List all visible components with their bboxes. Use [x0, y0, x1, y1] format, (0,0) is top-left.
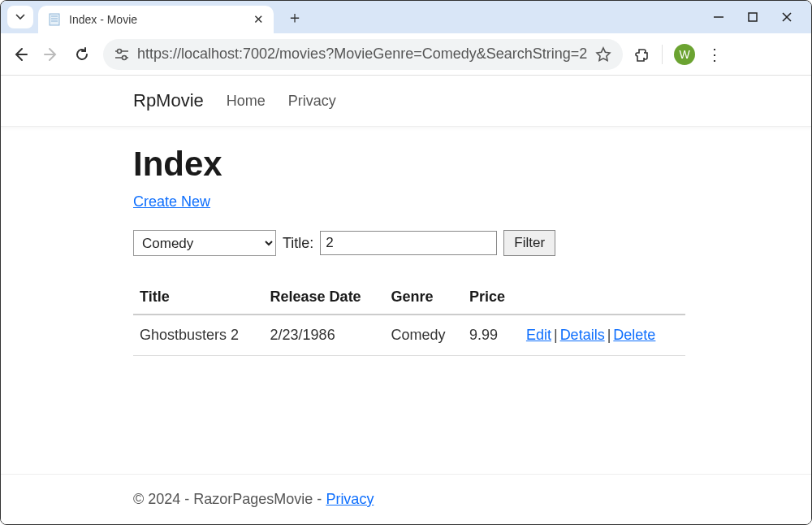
details-link[interactable]: Details	[560, 327, 605, 343]
bookmark-star-icon[interactable]	[595, 46, 611, 63]
delete-link[interactable]: Delete	[613, 327, 655, 343]
table-row: Ghostbusters 2 2/23/1986 Comedy 9.99 Edi…	[133, 315, 685, 356]
svg-rect-5	[749, 13, 757, 21]
col-release-date: Release Date	[264, 280, 385, 315]
filter-button[interactable]: Filter	[503, 230, 555, 256]
app-navbar: RpMovie Home Privacy	[1, 76, 811, 127]
browser-toolbar: https://localhost:7002/movies?MovieGenre…	[1, 33, 811, 76]
nav-link-home[interactable]: Home	[227, 93, 266, 110]
col-actions	[520, 280, 685, 315]
toolbar-divider	[662, 45, 663, 64]
title-input[interactable]	[320, 231, 497, 255]
brand-link[interactable]: RpMovie	[133, 90, 204, 111]
tab-bar: Index - Movie ✕ ＋	[1, 1, 811, 33]
tab-search-dropdown[interactable]	[7, 6, 33, 28]
close-window-button[interactable]	[779, 9, 795, 25]
new-tab-button[interactable]: ＋	[283, 6, 306, 28]
cell-actions: Edit|Details|Delete	[520, 315, 685, 356]
filter-form: Comedy Title: Filter	[133, 230, 685, 256]
edit-link[interactable]: Edit	[526, 327, 551, 343]
col-price: Price	[463, 280, 520, 315]
genre-select[interactable]: Comedy	[133, 230, 276, 256]
footer: © 2024 - RazorPagesMovie - Privacy	[1, 474, 811, 524]
svg-rect-0	[50, 14, 59, 25]
footer-privacy-link[interactable]: Privacy	[326, 491, 374, 507]
col-genre: Genre	[385, 280, 464, 315]
browser-menu-icon[interactable]: ⋮	[706, 45, 723, 64]
footer-copyright: © 2024 - RazorPagesMovie -	[133, 491, 326, 507]
svg-point-11	[123, 55, 127, 59]
url-text: https://localhost:7002/movies?MovieGenre…	[137, 46, 587, 63]
tab-title: Index - Movie	[69, 13, 245, 26]
favicon-icon	[48, 13, 61, 26]
extensions-icon[interactable]	[634, 46, 650, 63]
svg-point-9	[118, 49, 122, 53]
cell-price: 9.99	[463, 315, 520, 356]
browser-tab[interactable]: Index - Movie ✕	[38, 6, 274, 33]
nav-link-privacy[interactable]: Privacy	[288, 93, 336, 110]
address-bar[interactable]: https://localhost:7002/movies?MovieGenre…	[103, 39, 623, 70]
back-button[interactable]	[11, 45, 30, 64]
cell-genre: Comedy	[385, 315, 464, 356]
create-new-link[interactable]: Create New	[133, 193, 210, 210]
title-label: Title:	[283, 235, 313, 252]
profile-avatar[interactable]: W	[674, 44, 695, 65]
col-title: Title	[133, 280, 264, 315]
maximize-button[interactable]	[745, 9, 761, 25]
page-title: Index	[133, 145, 685, 184]
cell-release-date: 2/23/1986	[264, 315, 385, 356]
close-tab-icon[interactable]: ✕	[253, 12, 264, 27]
movies-table: Title Release Date Genre Price Ghostbust…	[133, 280, 685, 356]
reload-button[interactable]	[72, 45, 92, 64]
minimize-button[interactable]	[710, 9, 727, 25]
site-settings-icon[interactable]	[114, 48, 129, 61]
cell-title: Ghostbusters 2	[133, 315, 264, 356]
forward-button[interactable]	[41, 45, 61, 64]
